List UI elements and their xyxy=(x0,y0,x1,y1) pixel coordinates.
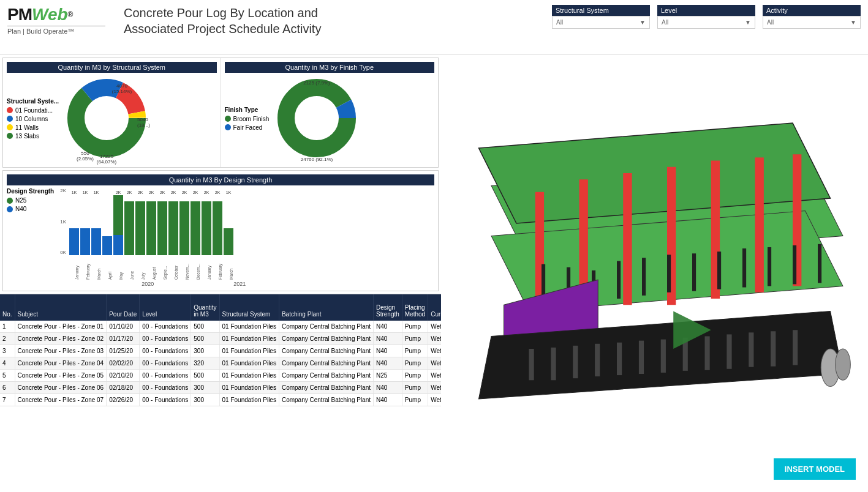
filter-structural-system-value: All xyxy=(556,19,563,26)
insert-model-button[interactable]: INSERT MODEL xyxy=(774,458,856,480)
svg-rect-43 xyxy=(573,346,578,378)
svg-text:2125 (7.9%): 2125 (7.9%) xyxy=(304,80,331,86)
table-cell: 1 xyxy=(0,321,15,333)
table-cell: 01/10/20 xyxy=(107,321,140,333)
filter-activity-value: All xyxy=(767,19,774,26)
filter-structural-system-select[interactable]: All ▼ xyxy=(552,16,650,29)
table-cell: Concrete Pour - Piles - Zone 05 xyxy=(15,370,107,382)
bar-legend-header: Design Strength xyxy=(7,188,54,195)
svg-rect-33 xyxy=(692,253,696,291)
table-area[interactable]: No. Subject Pour Date Level Quantityin M… xyxy=(0,294,441,428)
donut1-legend-header: Structural Syste... xyxy=(7,98,59,105)
filter-structural-system: Structural System All ▼ xyxy=(552,5,650,29)
table-cell: 02/26/20 xyxy=(107,394,140,406)
bar-legend-n40: N40 xyxy=(7,206,54,212)
bar-chart-content: Design Strength N25 N40 2K1K0K1K1K1K2K2K… xyxy=(7,188,434,287)
chevron-down-icon: ▼ xyxy=(640,19,646,26)
filter-activity: Activity All ▼ xyxy=(763,5,861,29)
bar-x-label: July xyxy=(141,256,151,280)
table-cell: 01 Foundation Piles xyxy=(219,370,279,382)
table-cell: 01 Foundation Piles xyxy=(219,394,279,406)
donut2-area: Finish Type Broom Finish Fair Faced xyxy=(225,75,435,163)
title-area: Concrete Pour Log By Location andAssocia… xyxy=(124,5,552,37)
legend-dot-columns xyxy=(7,116,13,122)
bar-legend-n25: N25 xyxy=(7,197,54,204)
bar-x-label: Decem... xyxy=(196,256,206,280)
table-cell: 01 Foundation Piles xyxy=(219,382,279,394)
table-cell: N40 xyxy=(374,345,402,357)
svg-text:24760 (92.1%): 24760 (92.1%) xyxy=(301,157,333,162)
table-cell: N40 xyxy=(374,382,402,394)
svg-text:(64.07%): (64.07%) xyxy=(97,159,117,165)
filter-activity-select[interactable]: All ▼ xyxy=(763,16,861,29)
logo-pm: PM xyxy=(7,5,32,24)
legend-item-fair-faced: Fair Faced xyxy=(225,124,270,131)
table-cell: 00 - Foundations xyxy=(140,357,191,370)
table-cell: Pump xyxy=(402,357,428,370)
table-cell: 01/17/20 xyxy=(107,333,140,345)
right-panel: INSERT MODEL xyxy=(441,55,868,492)
filter-level-value: All xyxy=(662,19,668,26)
svg-point-12 xyxy=(286,88,347,149)
table-cell: Concrete Pour - Piles - Zone 03 xyxy=(15,345,107,357)
content-area: Quantity in M3 by Structural System Stru… xyxy=(0,55,868,492)
table-cell: 500 xyxy=(191,321,219,333)
svg-point-56 xyxy=(836,349,851,380)
bar-x-label: February xyxy=(218,256,228,280)
legend-label-walls: 11 Walls xyxy=(15,124,39,131)
filter-level-label: Level xyxy=(657,5,755,16)
bar-x-label: June xyxy=(130,256,140,280)
svg-rect-30 xyxy=(617,261,621,299)
bar-x-label: January xyxy=(207,256,217,280)
table-cell: 300 xyxy=(191,394,219,406)
donut2-title: Quantity in M3 by Finish Type xyxy=(225,62,435,73)
table-row: 5Concrete Pour - Piles - Zone 0502/10/20… xyxy=(0,370,441,382)
bar-legend-label-n40: N40 xyxy=(15,206,26,212)
table-cell: Pump xyxy=(402,370,428,382)
bar-x-label: Septe... xyxy=(163,256,173,280)
bar-legend-dot-n40 xyxy=(7,206,13,212)
bar-x-label: March xyxy=(229,256,239,280)
table-cell: 02/10/20 xyxy=(107,370,140,382)
table-cell: Company Central Batching Plant xyxy=(279,382,373,394)
legend-label-foundations: 01 Foundati... xyxy=(15,107,53,114)
donut-chart-finish-type: Quantity in M3 by Finish Type Finish Typ… xyxy=(221,58,439,167)
bar-x-label: August xyxy=(152,256,162,280)
table-cell: Company Central Batching Plant xyxy=(279,321,373,333)
svg-text:17225: 17225 xyxy=(100,154,114,159)
model-3d-svg xyxy=(441,55,868,492)
svg-rect-25 xyxy=(755,157,764,292)
table-cell: Wet Coverings xyxy=(428,382,441,394)
bar-x-label: October xyxy=(174,256,184,280)
bar-x-label: March xyxy=(97,256,107,280)
table-cell: Wet Coverings xyxy=(428,333,441,345)
bar-x-label: May xyxy=(119,256,129,280)
table-cell: 02/02/20 xyxy=(107,357,140,370)
legend-item-walls: 11 Walls xyxy=(7,124,59,131)
table-cell: Wet Coverings xyxy=(428,357,441,370)
table-cell: Concrete Pour - Piles - Zone 06 xyxy=(15,382,107,394)
table-cell: 01/25/20 xyxy=(107,345,140,357)
filter-level-select[interactable]: All ▼ xyxy=(657,16,755,29)
table-row: 6Concrete Pour - Piles - Zone 0602/18/20… xyxy=(0,382,441,394)
svg-rect-44 xyxy=(595,344,600,376)
col-batching-plant: Batching Plant xyxy=(279,294,373,321)
table-cell: 2 xyxy=(0,333,15,345)
model-3d-view: INSERT MODEL xyxy=(441,55,868,492)
table-cell: 00 - Foundations xyxy=(140,333,191,345)
donut1-area: Structural Syste... 01 Foundati... 10 Co… xyxy=(7,75,217,163)
legend-label-broom: Broom Finish xyxy=(233,116,270,122)
svg-rect-47 xyxy=(661,340,666,373)
logo: PM Web ® xyxy=(7,5,73,24)
logo-subtitle: Plan | Build Operate™ xyxy=(7,26,105,35)
legend-dot-foundations xyxy=(7,107,13,113)
legend-item-foundations: 01 Foundati... xyxy=(7,107,59,114)
legend-item-columns: 10 Columns xyxy=(7,116,59,122)
bar-legend-label-n25: N25 xyxy=(15,197,26,204)
table-cell: Company Central Batching Plant xyxy=(279,333,373,345)
table-cell: Company Central Batching Plant xyxy=(279,345,373,357)
table-cell: Concrete Pour - Piles - Zone 07 xyxy=(15,394,107,406)
table-cell: Wet Coverings xyxy=(428,394,441,406)
svg-rect-45 xyxy=(617,343,622,375)
table-cell: N40 xyxy=(374,357,402,370)
